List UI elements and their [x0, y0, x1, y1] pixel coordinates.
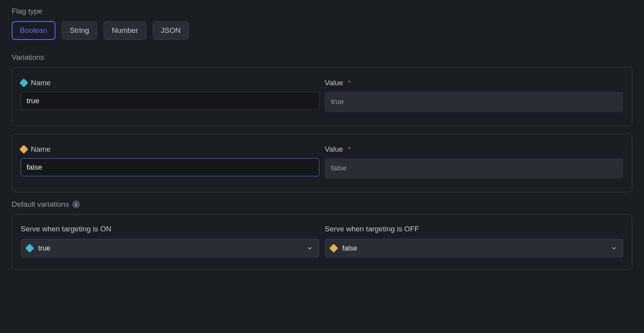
serve-off-label: Serve when targeting is OFF [325, 225, 623, 233]
default-variations-label-text: Default variations [12, 200, 69, 209]
flag-type-boolean-button[interactable]: Boolean [12, 21, 55, 40]
chevron-down-icon [610, 245, 617, 252]
serve-on-select[interactable]: true [21, 239, 319, 258]
variation-value-display: false [325, 158, 623, 179]
chevron-down-icon [306, 245, 313, 252]
variation-value-display: true [325, 92, 623, 112]
flag-type-string-button[interactable]: String [62, 21, 98, 40]
variation-value-label: Value* [325, 145, 623, 154]
serve-off-value: false [342, 244, 357, 252]
diamond-icon [329, 244, 338, 253]
variation-value-label-text: Value [325, 145, 343, 154]
variation-value-label: Value* [325, 79, 623, 87]
variation-name-label-text: Name [31, 79, 51, 87]
variations-label: Variations [12, 53, 632, 62]
diamond-icon [20, 79, 28, 88]
flag-type-json-button[interactable]: JSON [153, 21, 189, 40]
serve-on-value: true [38, 244, 50, 252]
flag-type-options: Boolean String Number JSON [12, 21, 632, 40]
flag-type-label: Flag type [12, 7, 632, 16]
variation-name-input[interactable] [21, 92, 319, 110]
required-asterisk: * [348, 145, 350, 154]
variation-name-label-text: Name [31, 145, 51, 154]
variation-card: Name Value* false [12, 134, 632, 192]
variation-value-label-text: Value [325, 79, 343, 87]
default-variations-card: Serve when targeting is ON true Serve wh… [12, 214, 632, 270]
serve-off-select[interactable]: false [325, 239, 623, 258]
default-variations-label: Default variations i [12, 200, 632, 209]
variation-name-input[interactable] [21, 158, 319, 176]
diamond-icon [20, 145, 28, 154]
info-icon[interactable]: i [72, 201, 80, 208]
variation-name-label: Name [21, 79, 319, 87]
variation-name-label: Name [21, 145, 319, 154]
required-asterisk: * [348, 79, 350, 87]
diamond-icon [25, 244, 34, 253]
flag-type-number-button[interactable]: Number [103, 21, 146, 40]
serve-on-label: Serve when targeting is ON [21, 225, 319, 233]
variation-card: Name Value* true [12, 67, 632, 126]
